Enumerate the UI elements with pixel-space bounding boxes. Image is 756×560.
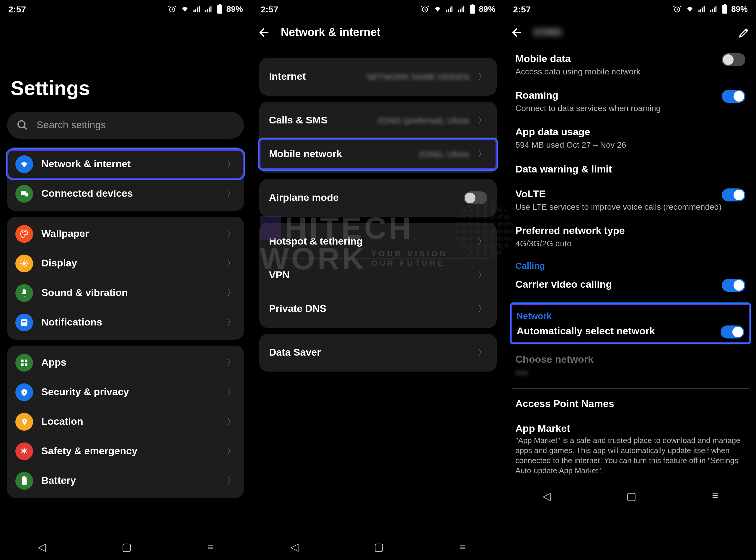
toggle-volte[interactable]: [722, 188, 745, 201]
battery-icon: [722, 4, 728, 14]
status-bar: 2:57 89%: [252, 0, 504, 18]
net-group-4: Hotspot & tethering 〉 VPN 〉 Private DNS …: [260, 223, 497, 328]
nav-recent[interactable]: ≡: [207, 541, 213, 553]
row-label: Network & internet: [41, 158, 226, 170]
edit-icon[interactable]: [738, 26, 750, 38]
status-bar: 2:57 89%: [505, 0, 756, 18]
nav-back[interactable]: ◁: [543, 489, 551, 502]
back-icon[interactable]: [259, 26, 271, 39]
shield-icon: [15, 383, 33, 401]
svg-rect-37: [463, 6, 464, 13]
nav-home[interactable]: ▢: [374, 540, 384, 554]
screen-settings: 2:57 89% Settings Search settings: [0, 0, 251, 560]
item-data-warning[interactable]: Data warning & limit: [512, 157, 749, 182]
row-label: Display: [41, 258, 226, 269]
svg-rect-45: [710, 10, 711, 13]
svg-rect-42: [700, 9, 701, 13]
settings-row-apps[interactable]: Apps 〉: [7, 348, 244, 378]
toggle-airplane[interactable]: [463, 192, 487, 204]
item-mobile-data[interactable]: Mobile data Access data using mobile net…: [512, 47, 749, 84]
toggle-auto-network[interactable]: [720, 325, 744, 339]
svg-rect-50: [724, 4, 726, 5]
svg-rect-32: [449, 7, 451, 12]
chevron-right-icon: 〉: [477, 114, 487, 127]
svg-rect-12: [21, 191, 26, 195]
svg-rect-34: [458, 10, 459, 13]
item-apn[interactable]: Access Point Names: [512, 392, 749, 417]
item-app-market[interactable]: App Market "App Market" is a safe and tr…: [512, 417, 749, 483]
alarm-icon: [673, 4, 681, 13]
toggle-roaming[interactable]: [722, 90, 745, 103]
row-mobile-network[interactable]: Mobile network ZONG, Ufone 〉: [260, 137, 497, 171]
svg-rect-7: [209, 7, 210, 12]
nav-bar: ◁ ▢ ≡: [505, 483, 756, 509]
settings-row-sound[interactable]: Sound & vibration 〉: [7, 278, 244, 308]
settings-row-location[interactable]: Location 〉: [7, 407, 244, 437]
row-label: Notifications: [41, 317, 226, 328]
row-label: Apps: [41, 357, 226, 368]
row-internet[interactable]: Internet NETWORK NAME HIDDEN 〉: [260, 60, 497, 93]
item-carrier-video[interactable]: Carrier video calling: [512, 273, 749, 299]
item-choose-network: Choose network xxx: [512, 348, 749, 384]
nav-back[interactable]: ◁: [38, 540, 46, 554]
row-dns[interactable]: Private DNS 〉: [260, 293, 497, 325]
row-label: Connected devices: [41, 188, 226, 200]
svg-rect-49: [722, 5, 727, 14]
svg-rect-22: [25, 360, 27, 362]
alarm-icon: [168, 4, 177, 13]
settings-row-notifications[interactable]: Notifications 〉: [7, 308, 244, 337]
wifi-icon: [180, 5, 190, 13]
battery-icon: [217, 4, 223, 14]
nav-bar: ◁ ▢ ≡: [252, 534, 504, 560]
row-airplane[interactable]: Airplane mode: [260, 181, 497, 215]
signal-icon: [446, 5, 454, 13]
toggle-carrier-video[interactable]: [722, 279, 745, 292]
section-network: Network: [513, 306, 748, 323]
search-settings[interactable]: Search settings: [7, 112, 244, 139]
battery-icon: [15, 472, 33, 490]
svg-rect-27: [22, 477, 26, 485]
wallpaper-icon: [15, 225, 33, 243]
row-label: Sound & vibration: [41, 287, 226, 299]
apps-icon: [15, 354, 33, 372]
settings-row-battery[interactable]: Battery 〉: [7, 466, 244, 496]
item-volte[interactable]: VoLTE Use LTE services to improve voice …: [512, 182, 749, 219]
nav-home[interactable]: ▢: [122, 540, 132, 554]
settings-row-safety[interactable]: Safety & emergency 〉: [7, 437, 244, 466]
row-hotspot[interactable]: Hotspot & tethering 〉: [260, 225, 497, 258]
settings-row-connected[interactable]: Connected devices 〉: [7, 179, 244, 208]
settings-row-network[interactable]: Network & internet 〉: [7, 149, 244, 179]
svg-point-15: [24, 231, 26, 232]
toggle-mobile-data[interactable]: [722, 53, 745, 66]
row-vpn[interactable]: VPN 〉: [260, 259, 497, 292]
settings-row-wallpaper[interactable]: Wallpaper 〉: [7, 219, 244, 249]
item-roaming[interactable]: Roaming Connect to data services when ro…: [512, 84, 749, 120]
back-icon[interactable]: [511, 26, 524, 39]
signal-icon-2: [710, 5, 718, 13]
item-auto-select-network[interactable]: Automatically select network: [513, 323, 748, 340]
item-app-data-usage[interactable]: App data usage 594 MB used Oct 27 – Nov …: [512, 121, 749, 157]
row-datasaver[interactable]: Data Saver 〉: [260, 336, 497, 369]
nav-home[interactable]: ▢: [626, 489, 636, 502]
chevron-right-icon: 〉: [226, 416, 236, 428]
settings-group-3: Apps 〉 Security & privacy 〉 Location 〉: [7, 345, 244, 498]
signal-icon-2: [457, 5, 466, 13]
screen-mobile-network: 2:57 89% ZONG Mobile data Access d: [505, 0, 756, 560]
nav-recent[interactable]: ≡: [459, 541, 466, 553]
row-label: Battery: [41, 475, 226, 487]
nav-recent[interactable]: ≡: [712, 490, 718, 502]
settings-row-security[interactable]: Security & privacy 〉: [7, 378, 244, 407]
status-right: 89%: [168, 4, 243, 14]
signal-icon: [193, 5, 202, 13]
chevron-right-icon: 〉: [477, 235, 487, 248]
chevron-right-icon: 〉: [226, 158, 236, 171]
item-preferred-network[interactable]: Preferred network type 4G/3G/2G auto: [512, 219, 749, 256]
svg-rect-28: [23, 476, 25, 477]
svg-rect-13: [25, 193, 28, 196]
emergency-icon: [15, 442, 33, 460]
svg-rect-8: [210, 6, 212, 13]
signal-icon-2: [205, 5, 213, 13]
row-calls-sms[interactable]: Calls & SMS ZONG (preferred), Ufone 〉: [260, 104, 497, 137]
settings-row-display[interactable]: Display 〉: [7, 249, 244, 278]
nav-back[interactable]: ◁: [290, 540, 299, 554]
